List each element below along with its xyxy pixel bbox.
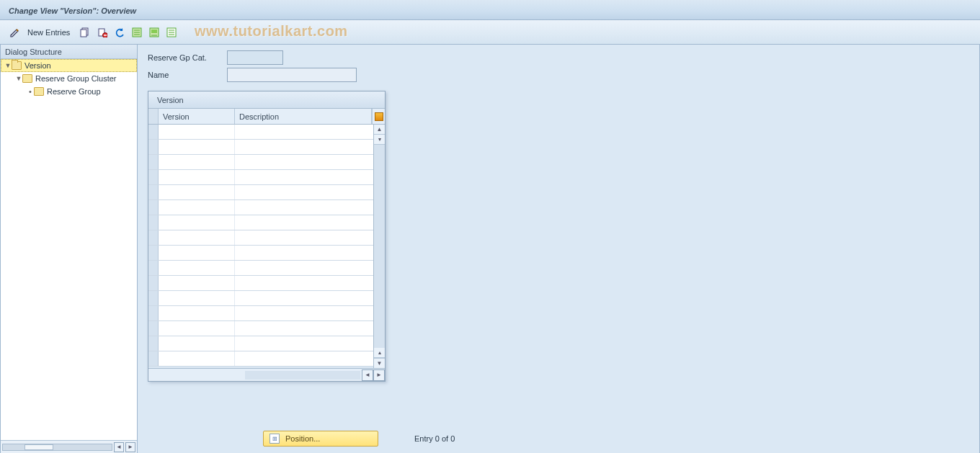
cell-description[interactable] xyxy=(235,261,373,275)
cell-description[interactable] xyxy=(235,306,373,320)
cell-version[interactable] xyxy=(159,261,235,275)
tree-node-reserve-group-cluster[interactable]: ▼ Reserve Group Cluster xyxy=(1,72,137,85)
table-row[interactable] xyxy=(148,125,373,140)
table-row[interactable] xyxy=(148,215,373,230)
scroll-down-step-icon[interactable]: ▴ xyxy=(374,348,385,358)
cell-version[interactable] xyxy=(159,170,235,184)
scroll-up-step-icon[interactable]: ▾ xyxy=(374,135,385,145)
cell-version[interactable] xyxy=(159,140,235,154)
table-row[interactable] xyxy=(148,306,373,321)
cell-version[interactable] xyxy=(159,125,235,139)
cell-description[interactable] xyxy=(235,200,373,215)
table-row[interactable] xyxy=(148,230,373,246)
expand-icon[interactable]: ▼ xyxy=(15,75,22,82)
row-selector[interactable] xyxy=(148,351,159,366)
delete-icon[interactable] xyxy=(94,24,110,40)
cell-version[interactable] xyxy=(159,336,235,351)
row-selector-header[interactable] xyxy=(148,109,159,124)
table-row[interactable] xyxy=(148,321,373,336)
table-row[interactable] xyxy=(148,261,373,276)
reserve-gp-cat-input[interactable] xyxy=(227,50,283,65)
table-row[interactable] xyxy=(148,291,373,306)
row-selector[interactable] xyxy=(148,306,159,320)
cell-description[interactable] xyxy=(235,246,373,260)
scrollbar-thumb[interactable] xyxy=(24,444,53,450)
scroll-right-icon[interactable]: ► xyxy=(373,369,385,381)
row-selector[interactable] xyxy=(148,261,159,275)
cell-version[interactable] xyxy=(159,306,235,320)
scroll-right-icon[interactable]: ► xyxy=(125,442,135,452)
new-entries-button[interactable]: New Entries xyxy=(24,24,76,40)
table-vertical-scrollbar[interactable]: ▲ ▾ ▴ ▼ xyxy=(373,125,385,368)
scroll-left-icon[interactable]: ◄ xyxy=(114,442,124,452)
cell-version[interactable] xyxy=(159,185,235,199)
table-row[interactable] xyxy=(148,155,373,170)
table-row[interactable] xyxy=(148,200,373,215)
cell-description[interactable] xyxy=(235,125,373,139)
table-horizontal-scrollbar[interactable]: ◄ ► xyxy=(148,368,385,381)
select-all-icon[interactable] xyxy=(129,24,145,40)
scroll-down-icon[interactable]: ▼ xyxy=(374,358,385,368)
position-button[interactable]: ⊞ Position... xyxy=(263,431,378,447)
dialog-structure-tree[interactable]: ▼ Version ▼ Reserve Group Cluster • Rese… xyxy=(1,59,137,440)
copy-icon[interactable] xyxy=(77,24,93,40)
tree-node-reserve-group[interactable]: • Reserve Group xyxy=(1,85,137,98)
tree-node-version[interactable]: ▼ Version xyxy=(1,59,137,72)
deselect-all-icon[interactable] xyxy=(164,24,179,40)
cell-description[interactable] xyxy=(235,321,373,336)
row-selector[interactable] xyxy=(148,215,159,230)
table-row[interactable] xyxy=(148,246,373,261)
sidebar-horizontal-scrollbar[interactable]: ◄ ► xyxy=(1,440,137,453)
row-selector[interactable] xyxy=(148,125,159,139)
cell-version[interactable] xyxy=(159,321,235,336)
cell-description[interactable] xyxy=(235,291,373,305)
cell-version[interactable] xyxy=(159,155,235,169)
cell-description[interactable] xyxy=(235,276,373,290)
undo-icon[interactable] xyxy=(112,24,128,40)
cell-description[interactable] xyxy=(235,170,373,184)
cell-version[interactable] xyxy=(159,230,235,245)
cell-description[interactable] xyxy=(235,351,373,366)
cell-description[interactable] xyxy=(235,336,373,351)
cell-description[interactable] xyxy=(235,230,373,245)
row-selector[interactable] xyxy=(148,155,159,169)
row-selector[interactable] xyxy=(148,200,159,215)
table-row[interactable] xyxy=(148,185,373,200)
scroll-up-icon[interactable]: ▲ xyxy=(374,125,385,135)
name-input[interactable] xyxy=(227,68,357,82)
cell-version[interactable] xyxy=(159,215,235,230)
expand-icon[interactable]: ▼ xyxy=(4,62,12,69)
scrollbar-track[interactable] xyxy=(374,145,385,348)
scroll-left-icon[interactable]: ◄ xyxy=(362,369,373,381)
cell-version[interactable] xyxy=(159,276,235,290)
cell-description[interactable] xyxy=(235,215,373,230)
cell-description[interactable] xyxy=(235,140,373,154)
change-icon[interactable] xyxy=(7,24,23,40)
table-row[interactable] xyxy=(148,276,373,291)
table-configure-icon[interactable] xyxy=(372,109,385,124)
column-header-description[interactable]: Description xyxy=(235,109,372,124)
cell-description[interactable] xyxy=(235,155,373,169)
scrollbar-track[interactable] xyxy=(2,444,112,451)
cell-version[interactable] xyxy=(159,246,235,260)
table-row[interactable] xyxy=(148,140,373,155)
select-block-icon[interactable] xyxy=(146,24,162,40)
row-selector[interactable] xyxy=(148,336,159,351)
cell-version[interactable] xyxy=(159,291,235,305)
row-selector[interactable] xyxy=(148,140,159,154)
row-selector[interactable] xyxy=(148,276,159,290)
row-selector[interactable] xyxy=(148,170,159,184)
row-selector[interactable] xyxy=(148,321,159,336)
row-selector[interactable] xyxy=(148,230,159,245)
row-selector[interactable] xyxy=(148,185,159,199)
table-row[interactable] xyxy=(148,336,373,351)
cell-version[interactable] xyxy=(159,200,235,215)
cell-version[interactable] xyxy=(159,351,235,366)
row-selector[interactable] xyxy=(148,246,159,260)
table-row[interactable] xyxy=(148,351,373,367)
scrollbar-track[interactable] xyxy=(245,371,360,380)
column-header-version[interactable]: Version xyxy=(159,109,235,124)
table-row[interactable] xyxy=(148,170,373,185)
cell-description[interactable] xyxy=(235,185,373,199)
row-selector[interactable] xyxy=(148,291,159,305)
